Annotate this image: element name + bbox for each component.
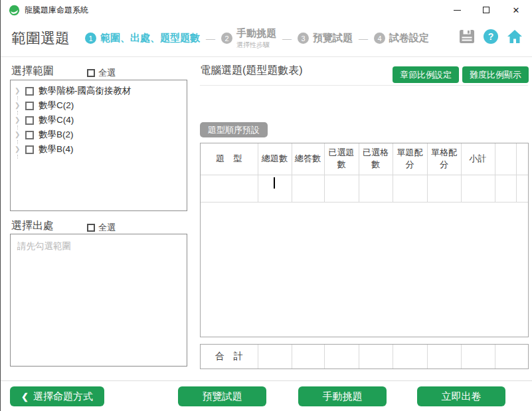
col-header-selected-blanks: 已選格數 [359,143,393,175]
text-caret [274,177,275,189]
chevron-left-icon: ❮ [21,392,29,402]
total-cell [427,345,461,369]
generate-paper-button[interactable]: 立即出卷 [417,386,505,406]
source-section-title: 選擇出處 [11,219,54,233]
step-3-label: 預覽試題 [313,32,353,44]
tree-item-label: 數學C(2) [39,100,74,112]
cell-points-per-question[interactable] [393,175,427,202]
save-icon[interactable] [459,29,475,44]
step-separator: — [282,33,292,44]
total-cell [292,345,324,369]
tree-item-label: 數學B(2) [39,129,74,141]
page-title: 範圍選題 [11,29,70,48]
tree-item-checkbox[interactable] [25,145,34,154]
cell-points-per-blank[interactable] [427,175,461,202]
total-cell [258,345,292,369]
col-header-subtotal: 小計 [461,143,495,175]
step-2-sublabel: 選擇性步驟 [236,41,270,50]
tree-item-checkbox[interactable] [25,116,34,125]
cell-type[interactable] [201,175,258,202]
source-select-all-checkbox[interactable] [87,224,95,232]
tree-item-checkbox[interactable] [25,87,34,96]
col-header-empty [516,143,528,175]
maximize-icon [483,7,489,13]
col-header-selected-questions: 已選題數 [324,143,359,175]
step-2-number: 2 [221,33,232,44]
footer-divider [1,380,532,381]
table-header-row: 題 型 總題數 總答數 已選題數 已選格數 單題配分 單格配分 小計 [201,143,528,175]
step-1-number: 1 [85,33,96,44]
step-4-paper-settings[interactable]: 4 試卷設定 [374,32,429,44]
table-data-row [201,175,528,202]
close-icon: ✕ [513,5,520,15]
step-separator: — [206,33,215,44]
step-indicator: 1 範圍、出處、題型題數 — 2 手動挑題 選擇性步驟 — 3 預覽試題 — 4… [85,20,429,56]
total-cell [324,345,359,369]
step-2-manual-pick[interactable]: 2 手動挑題 選擇性步驟 [221,27,276,50]
col-header-total-answers: 總答數 [292,143,324,175]
source-select-all-label: 全選 [98,222,116,234]
range-select-all[interactable]: 全選 [87,67,116,79]
cell-empty[interactable] [495,175,516,202]
total-cell [359,345,393,369]
preview-questions-button[interactable]: 預覽試題 [178,386,266,406]
app-logo-icon [9,5,20,16]
tree-item-math-b2[interactable]: ❯ 數學B(2) [11,127,187,142]
tree-item-checkbox[interactable] [25,102,34,110]
chevron-right-icon[interactable]: ❯ [15,146,23,153]
step-separator: — [359,33,368,44]
question-type-table: 題 型 總題數 總答數 已選題數 已選格數 單題配分 單格配分 小計 [200,143,529,337]
col-header-empty [495,143,516,175]
cell-selected-blanks[interactable] [359,175,393,202]
header-icons: ? [459,29,523,44]
type-order-preset-button[interactable]: 題型順序預設 [200,122,268,137]
cell-total-answers[interactable] [292,175,324,202]
col-header-type: 題 型 [201,143,258,175]
total-cell [461,345,495,369]
range-section-title: 選擇範圍 [11,64,54,78]
range-select-all-checkbox[interactable] [87,69,95,77]
total-cell [393,345,427,369]
home-icon[interactable] [507,29,523,44]
col-header-total-questions: 總題數 [258,143,292,175]
cell-subtotal[interactable] [461,175,495,202]
cell-total-questions[interactable] [258,175,292,202]
difficulty-ratio-button[interactable]: 難度比例顯示 [462,66,529,83]
tree-item-math-c2[interactable]: ❯ 數學C(2) [11,98,187,113]
chapter-ratio-button[interactable]: 章節比例設定 [393,66,459,83]
source-select-all[interactable]: 全選 [87,222,116,234]
range-select-all-label: 全選 [98,67,116,79]
help-icon[interactable]: ? [484,29,498,44]
minimize-button[interactable] [442,0,472,20]
step-4-label: 試卷設定 [389,32,429,44]
total-cell [495,345,528,369]
back-to-mode-button[interactable]: ❮ 選擇命題方式 [10,386,104,406]
step-3-number: 3 [298,33,309,44]
manual-pick-button[interactable]: 手動挑題 [298,386,387,406]
tree-item-math-b4[interactable]: ❯ 數學B(4) [11,142,187,157]
chevron-right-icon[interactable]: ❯ [15,117,23,123]
chevron-right-icon[interactable]: ❯ [15,88,23,94]
back-button-label: 選擇命題方式 [33,390,93,403]
cell-empty[interactable] [516,175,528,202]
page-header: 範圍選題 1 範圍、出處、題型題數 — 2 手動挑題 選擇性步驟 — 3 預覽試… [1,20,532,56]
tree-item-checkbox[interactable] [25,131,34,139]
step-3-preview[interactable]: 3 預覽試題 [298,32,353,44]
tree-item-math-c4[interactable]: ❯ 數學C(4) [11,113,187,127]
chevron-right-icon[interactable]: ❯ [15,102,23,109]
step-1-range[interactable]: 1 範圍、出處、題型題數 [85,32,200,44]
tree-item-math-ladder[interactable]: ❯ 數學階梯-國高銜接教材 [11,84,187,98]
source-placeholder: 請先勾選範圍 [11,234,187,258]
total-label: 合 計 [201,345,258,369]
computer-pick-title: 電腦選題(題型題數表) [200,64,303,78]
close-button[interactable]: ✕ [501,0,531,20]
cell-selected-questions[interactable] [324,175,359,202]
chevron-right-icon[interactable]: ❯ [15,131,23,138]
header-divider [1,56,532,57]
app-window: 龍騰題庫命題系統 ✕ 範圍選題 1 範圍、出處、題型題數 — 2 手動挑題 選擇… [0,0,532,411]
title-bar: 龍騰題庫命題系統 ✕ [1,0,532,20]
maximize-button[interactable] [472,0,501,20]
col-header-points-per-question: 單題配分 [393,143,427,175]
range-tree: ❯ 數學階梯-國高銜接教材 ❯ 數學C(2) ❯ 數學C(4) ❯ 數學B(2)… [10,80,187,211]
source-list[interactable]: 請先勾選範圍 [10,234,187,367]
